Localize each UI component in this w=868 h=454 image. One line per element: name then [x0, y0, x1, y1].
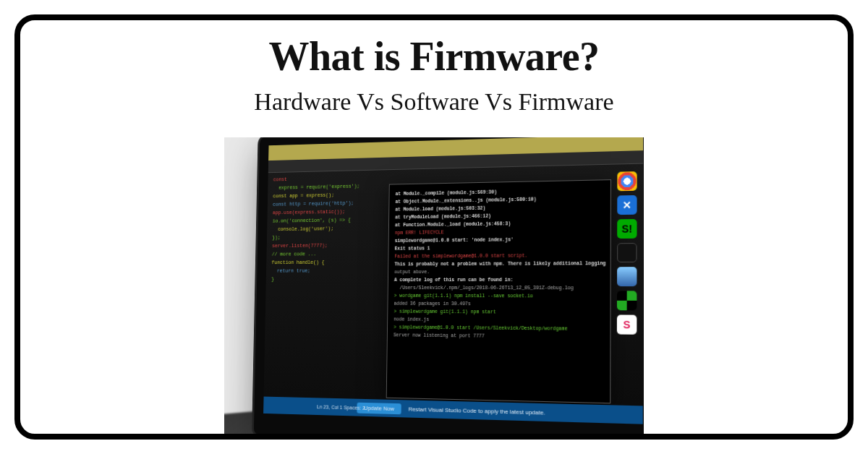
terminal-icon — [617, 243, 637, 262]
terminal-line: A complete log of this run can be found … — [394, 276, 604, 284]
page-subtitle: Hardware Vs Software Vs Firmware — [254, 88, 613, 116]
terminal-line: /Users/Sleekvick/.npm/_logs/2018-06-26T1… — [394, 284, 604, 292]
terminal-line: Server now listening at port 7777 — [393, 331, 604, 341]
slack-icon: S — [617, 314, 637, 334]
pattern-icon — [617, 291, 637, 310]
statusbar-position: Ln 23, Col 1 Spaces: 2 — [317, 404, 365, 411]
terminal-line: output above. — [394, 267, 604, 276]
chrome-icon — [617, 171, 637, 191]
page-title: What is Firmware? — [268, 33, 599, 80]
os-dock: ✕ S! S — [613, 171, 639, 401]
statusbar-message: Restart Visual Studio Code to apply the … — [408, 406, 545, 416]
vscode-icon: ✕ — [617, 195, 637, 215]
finder-icon — [617, 267, 637, 286]
terminal-panel: at Module._compile (module.js:569:30)at … — [386, 179, 611, 403]
terminal-line: This is probably not a problem with npm.… — [394, 260, 604, 268]
editor-tabbar — [268, 150, 643, 173]
laptop-screen: const express = require('express');const… — [263, 137, 643, 424]
info-card: What is Firmware? Hardware Vs Software V… — [14, 14, 854, 440]
app-icon: S! — [617, 219, 637, 239]
laptop-frame: const express = require('express');const… — [254, 137, 644, 434]
hero-photo: const express = require('express');const… — [224, 137, 644, 434]
